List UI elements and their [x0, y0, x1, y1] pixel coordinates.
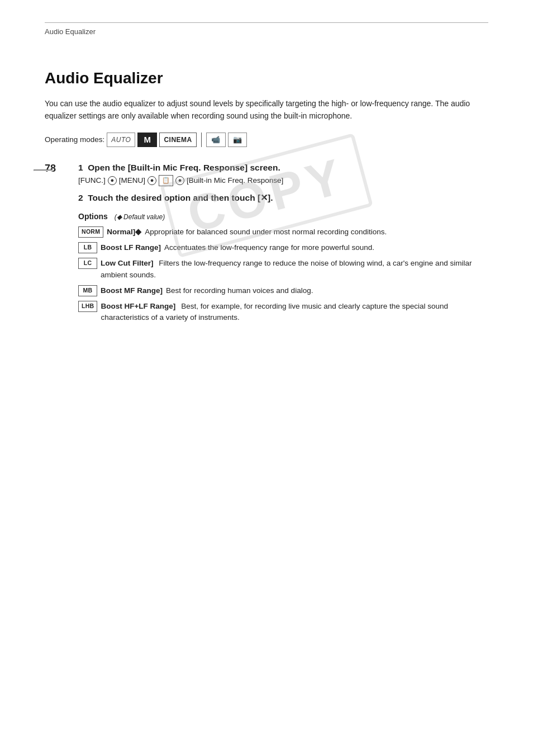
page: Audio Equalizer Audio Equalizer You can …: [0, 0, 533, 362]
options-header: Options (◆ Default value): [78, 212, 488, 221]
option-boost-lf: LB Boost LF Range] Accentuates the low-f…: [78, 242, 488, 253]
page-number-col: 78: [45, 163, 78, 328]
func-label: [FUNC.]: [78, 176, 106, 185]
label-normal: Normal]◆: [107, 226, 141, 238]
option-low-cut: LC Low Cut Filter] Filters the low-frequ…: [78, 258, 488, 281]
option-boost-mf: MB Boost MF Range] Best for recording hu…: [78, 285, 488, 296]
intro-text: You can use the audio equalizer to adjus…: [45, 97, 480, 122]
mode-m: M: [137, 133, 157, 147]
step-1: 1 Open the [Built-in Mic Freq. Response]…: [78, 163, 488, 186]
header-label: Audio Equalizer: [45, 27, 488, 36]
menu-label: [MENU]: [119, 176, 145, 185]
mode-camcorder: 📹: [206, 133, 226, 147]
step-2: 2 Touch the desired option and then touc…: [78, 193, 488, 203]
top-rule: [45, 22, 488, 23]
operating-modes-row: Operating modes: AUTO M CINEMA 📹 📷: [45, 133, 488, 147]
mode-separator: [201, 133, 202, 147]
options-title: Options: [78, 212, 108, 221]
menu-icon: 📋: [159, 175, 173, 186]
step-1-title: 1 Open the [Built-in Mic Freq. Response]…: [78, 163, 488, 173]
label-boost-mf: Boost MF Range]: [101, 285, 163, 296]
badge-lc: LC: [78, 258, 97, 269]
arrow-2: ●: [147, 176, 156, 185]
page-num-rule: [34, 169, 53, 171]
desc-boost-mf: Best for recording human voices and dial…: [166, 285, 313, 296]
option-boost-hf-lf: LHB Boost HF+LF Range] Best, for example…: [78, 301, 488, 324]
option-normal: NORM Normal]◆ Appropriate for balanced s…: [78, 226, 488, 238]
desc-normal: Appropriate for balanced sound under mos…: [145, 226, 387, 238]
label-boost-lf: Boost LF Range]: [101, 242, 161, 253]
mode-photo: 📷: [228, 133, 248, 147]
options-section: Options (◆ Default value) NORM Normal]◆ …: [78, 212, 488, 324]
mode-auto: AUTO: [107, 133, 135, 147]
step-2-title: 2 Touch the desired option and then touc…: [78, 193, 488, 203]
mode-cinema: CINEMA: [159, 133, 196, 147]
desc-low-cut: Filters the low-frequency range to reduc…: [101, 259, 472, 278]
badge-lhb: LHB: [78, 301, 97, 312]
content-area: 78 1 Open the [Built-in Mic Freq. Respon…: [45, 163, 488, 328]
page-number: 78: [45, 163, 56, 174]
badge-mb: MB: [78, 285, 97, 296]
default-note: (◆ Default value): [115, 213, 165, 221]
main-content: 1 Open the [Built-in Mic Freq. Response]…: [78, 163, 488, 328]
page-title: Audio Equalizer: [45, 69, 488, 87]
operating-modes-label: Operating modes:: [45, 135, 104, 144]
badge-norm: NORM: [78, 226, 103, 238]
arrow-3: ●: [175, 176, 184, 185]
label-boost-hf-lf: Boost HF+LF Range]: [101, 302, 175, 310]
step-1-sub: [FUNC.] ● [MENU] ● 📋 ● [Built-in Mic Fre…: [78, 175, 488, 186]
desc-boost-lf: Accentuates the low-frequency range for …: [164, 242, 374, 253]
response-label: [Built-in Mic Freq. Response]: [187, 176, 283, 185]
label-low-cut: Low Cut Filter]: [101, 259, 154, 267]
arrow-1: ●: [108, 176, 117, 185]
badge-lb: LB: [78, 242, 97, 253]
